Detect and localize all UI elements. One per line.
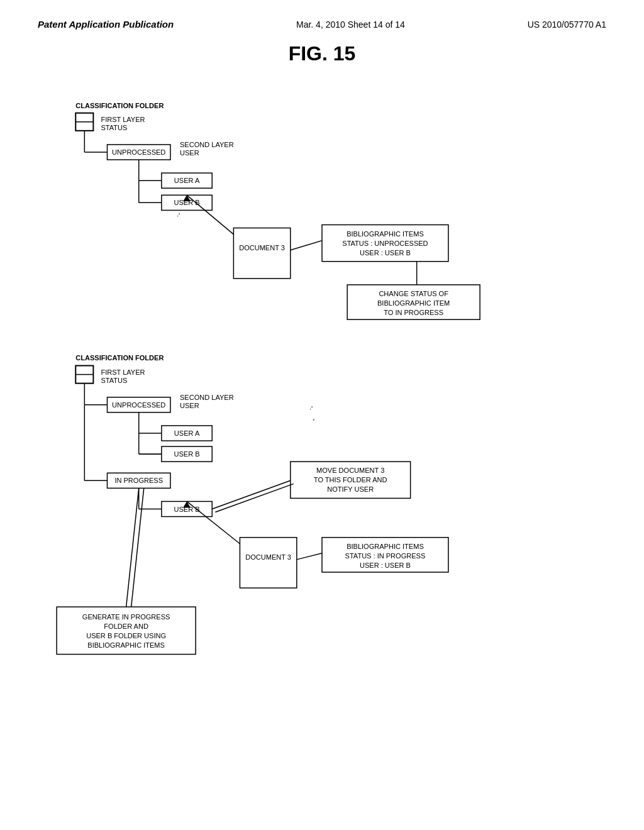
top-first-layer-label: FIRST LAYER	[101, 116, 145, 123]
bot-biblio-user: USER : USER B	[360, 562, 411, 569]
top-document3-box	[233, 228, 290, 279]
figure-title: FIG. 15	[38, 42, 606, 65]
top-change-status-line3: TO IN PROGRESS	[384, 309, 443, 316]
bot-generate-line1: GENERATE IN PROGRESS	[82, 613, 170, 621]
top-biblio-title: BIBLIOGRAPHIC ITEMS	[347, 230, 424, 238]
bot-movedoc-line3: NOTIFY USER	[327, 485, 374, 493]
bot-inprogress-label: IN PROGRESS	[114, 477, 163, 484]
bot-classification-folder-label: CLASSIFICATION FOLDER	[75, 354, 164, 362]
top-first-layer-status-label: STATUS	[101, 124, 127, 131]
bot-unprocessed-label: UNPROCESSED	[112, 401, 165, 409]
bot-first-layer-status-label: STATUS	[101, 377, 127, 384]
bot-generate-line4: BIBLIOGRAPHIC ITEMS	[87, 641, 165, 649]
top-second-layer-user-label: USER	[180, 149, 199, 157]
bot-document3-label: DOCUMENT 3	[245, 553, 291, 561]
bot-biblio-status: STATUS : IN PROGRESS	[345, 552, 426, 560]
top-doc3-to-biblio-line	[291, 241, 322, 250]
bot-generate-line2: FOLDER AND	[104, 622, 148, 630]
top-document3-label: DOCUMENT 3	[239, 244, 285, 252]
bot-generate-to-inprogress-line2	[131, 488, 144, 607]
bot-second-layer-label: SECOND LAYER	[180, 394, 234, 401]
top-user-a-label: USER A	[174, 177, 200, 184]
top-second-layer-label: SECOND LAYER	[180, 141, 234, 148]
bot-userb-to-doc3-line	[187, 501, 240, 543]
bot-second-layer-user-label: USER	[180, 402, 199, 409]
bot-movedoc-line1: MOVE DOCUMENT 3	[316, 467, 384, 474]
bot-user-a-label: USER A	[174, 429, 200, 437]
header-publication-type: Patent Application Publication	[38, 19, 174, 30]
bot-biblio-title: BIBLIOGRAPHIC ITEMS	[347, 543, 424, 550]
diagram-container: CLASSIFICATION FOLDER FIRST LAYER STATUS…	[38, 84, 606, 791]
top-biblio-user: USER : USER B	[360, 249, 411, 257]
bot-doc3-to-biblio-line	[297, 553, 322, 560]
top-change-status-line2: BIBLIOGRAPHIC ITEM	[377, 299, 450, 307]
header-patent-number: US 2010/057770 A1	[528, 19, 606, 30]
page: Patent Application Publication Mar. 4, 2…	[0, 0, 644, 830]
bot-user-b-unprocessed-label: USER B	[174, 450, 200, 458]
top-dots-decoration: ·'	[177, 212, 180, 219]
bot-generate-to-inprogress-line1	[126, 488, 139, 607]
top-unprocessed-label: UNPROCESSED	[112, 148, 165, 156]
bot-dots-decoration2: ¸	[313, 412, 315, 421]
header-date-sheet: Mar. 4, 2010 Sheet 14 of 14	[296, 19, 405, 30]
page-header: Patent Application Publication Mar. 4, 2…	[38, 19, 606, 30]
bot-generate-line3: USER B FOLDER USING	[86, 632, 166, 639]
bot-first-layer-label: FIRST LAYER	[101, 368, 145, 376]
top-classification-folder-label: CLASSIFICATION FOLDER	[75, 102, 164, 109]
bot-dots-decoration: ·'	[309, 405, 313, 412]
bot-movedoc-to-userb-line1	[212, 480, 291, 509]
top-biblio-status: STATUS : UNPROCESSED	[342, 240, 428, 247]
bot-document3-box	[240, 538, 296, 588]
bot-movedoc-line2: TO THIS FOLDER AND	[314, 476, 387, 484]
bot-movedoc-to-userb-line2	[215, 484, 294, 512]
diagram-svg: CLASSIFICATION FOLDER FIRST LAYER STATUS…	[38, 84, 606, 788]
top-change-status-line1: CHANGE STATUS OF	[379, 290, 448, 297]
